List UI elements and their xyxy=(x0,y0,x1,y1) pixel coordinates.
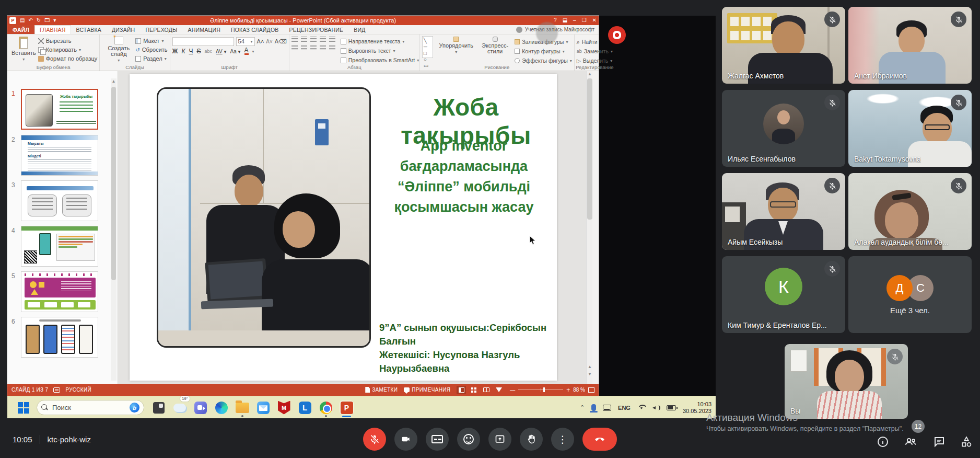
normal-view-button[interactable] xyxy=(457,386,466,394)
current-slide[interactable]: Жоба тақырыбы App inventor бағдарламасын… xyxy=(130,74,557,381)
paste-button[interactable]: Вставить▾ xyxy=(9,36,38,63)
font-size-input[interactable]: 54▾ xyxy=(236,37,255,46)
start-button[interactable] xyxy=(18,402,29,414)
next-slide-icon[interactable]: ▼ xyxy=(587,371,593,377)
raise-hand-button[interactable] xyxy=(520,428,543,451)
shadow-button[interactable]: abc xyxy=(205,49,213,54)
justify-icon[interactable] xyxy=(320,45,326,50)
tab-home[interactable]: ГЛАВНАЯ xyxy=(34,25,71,34)
align-text-button[interactable]: Выровнять текст▾ xyxy=(341,47,419,55)
present-button[interactable] xyxy=(488,428,511,451)
more-options-button[interactable]: ⋮ xyxy=(551,428,574,451)
help-button[interactable]: ? xyxy=(554,16,557,25)
participant-tile[interactable]: К Ким Тимур & Еренталов Ер... xyxy=(722,256,845,333)
previous-slide-icon[interactable]: ▲ xyxy=(587,364,593,370)
font-name-input[interactable] xyxy=(172,37,234,46)
mute-button[interactable] xyxy=(363,428,386,451)
section-button[interactable]: Раздел▾ xyxy=(135,54,167,63)
notes-button[interactable]: ЗАМЕТКИ xyxy=(365,387,398,393)
ribbon-options-icon[interactable]: ⬓ xyxy=(563,16,567,25)
input-language[interactable]: ENG xyxy=(618,405,631,411)
slide-sorter-view-button[interactable] xyxy=(469,386,479,394)
scroll-up-icon[interactable]: ▲ xyxy=(111,78,116,85)
taskbar-search-input[interactable]: Поиск b xyxy=(37,400,144,415)
tab-file[interactable]: ФАЙЛ xyxy=(7,25,34,34)
chrome-app-icon[interactable] xyxy=(319,400,333,415)
bold-button[interactable]: Ж xyxy=(172,48,178,55)
slide-scrollbar[interactable]: ▲ ▲ ▼ xyxy=(586,71,592,384)
arrange-button[interactable]: Упорядочить▾ xyxy=(437,36,475,61)
tab-design[interactable]: ДИЗАЙН xyxy=(107,25,140,34)
tab-review[interactable]: РЕЦЕНЗИРОВАНИЕ xyxy=(284,25,349,34)
comments-button[interactable]: ПРИМЕЧАНИЯ xyxy=(404,387,450,393)
captions-button[interactable] xyxy=(426,428,449,451)
numbering-icon[interactable] xyxy=(301,37,307,42)
shrink-font-icon[interactable]: A˅ xyxy=(266,39,273,44)
powerpoint-app-icon[interactable]: P xyxy=(340,400,354,415)
mcafee-app-icon[interactable]: M xyxy=(277,400,291,415)
slideshow-view-button[interactable] xyxy=(494,386,504,394)
restore-button[interactable]: ❐ xyxy=(582,16,587,25)
chat-app-icon[interactable] xyxy=(193,400,207,415)
quick-styles-button[interactable]: Экспресс-стили xyxy=(480,36,510,61)
widgets-app-icon[interactable] xyxy=(151,400,166,415)
weather-app-icon[interactable]: 19° xyxy=(172,400,186,415)
char-spacing-button[interactable]: AV ▾ xyxy=(216,49,226,54)
underline-button[interactable]: Ч xyxy=(189,48,193,55)
clear-format-icon[interactable]: A⌫ xyxy=(275,38,287,45)
replace-button[interactable]: abЗаменить▾ xyxy=(577,47,613,55)
fit-slide-icon[interactable] xyxy=(588,387,594,393)
slide-thumbnail-4[interactable] xyxy=(21,226,98,267)
align-right-icon[interactable] xyxy=(310,45,317,50)
cut-button[interactable]: Вырезать xyxy=(38,37,98,45)
tab-animation[interactable]: АНИМАЦИЯ xyxy=(183,25,226,34)
slide-thumbnail-6[interactable] xyxy=(21,317,98,358)
volume-icon[interactable] xyxy=(652,405,660,411)
participants-button[interactable] xyxy=(904,436,917,448)
smartart-button[interactable]: Преобразовать в SmartArt▾ xyxy=(341,56,419,64)
shape-outline-button[interactable]: Контур фигуры▾ xyxy=(515,47,572,55)
panel-scrollbar[interactable]: ▲ xyxy=(111,78,116,381)
line-spacing-icon[interactable] xyxy=(329,37,335,42)
change-case-button[interactable]: Aa ▾ xyxy=(230,49,240,54)
minimize-button[interactable]: – xyxy=(573,16,576,25)
participant-tile[interactable]: Жалгас Ахметов xyxy=(722,7,845,84)
scroll-up-icon[interactable]: ▲ xyxy=(587,71,593,77)
reset-button[interactable]: ↺Сбросить xyxy=(135,45,167,54)
layout-button[interactable]: Макет▾ xyxy=(135,37,167,45)
reading-view-button[interactable] xyxy=(482,386,491,394)
align-center-icon[interactable] xyxy=(301,45,307,50)
wifi-icon[interactable] xyxy=(637,405,646,410)
slide-thumbnail-3[interactable] xyxy=(21,180,98,221)
indent-decrease-icon[interactable] xyxy=(310,37,317,42)
align-left-icon[interactable] xyxy=(291,45,298,50)
format-painter-button[interactable]: Формат по образцу xyxy=(38,54,98,63)
zoom-slider[interactable] xyxy=(518,390,563,390)
text-direction-button[interactable]: Направление текста▾ xyxy=(341,37,419,45)
copy-button[interactable]: Копировать▾ xyxy=(38,45,98,54)
mail-app-icon[interactable] xyxy=(256,400,270,415)
self-tile[interactable]: Вы xyxy=(785,344,908,419)
explorer-app-icon[interactable] xyxy=(235,400,249,415)
participant-tile[interactable]: Анет Ибраимов xyxy=(848,7,972,84)
tray-touchpad-icon[interactable] xyxy=(603,405,611,411)
camera-button[interactable] xyxy=(394,428,417,451)
font-color-button[interactable]: А xyxy=(244,48,249,55)
tab-transitions[interactable]: ПЕРЕХОДЫ xyxy=(140,25,182,34)
strike-button[interactable]: S xyxy=(197,48,201,55)
office-app-icon[interactable]: L xyxy=(298,400,312,415)
tab-insert[interactable]: ВСТАВКА xyxy=(71,25,107,34)
edge-app-icon[interactable] xyxy=(214,400,228,415)
tray-mic-icon[interactable] xyxy=(591,404,596,411)
activities-button[interactable] xyxy=(960,436,973,448)
indent-increase-icon[interactable] xyxy=(320,37,326,42)
grow-font-icon[interactable]: A˄ xyxy=(257,38,264,44)
columns-icon[interactable] xyxy=(329,45,335,50)
info-button[interactable] xyxy=(877,436,889,448)
slide-thumbnail-5[interactable] xyxy=(21,271,98,312)
zoom-level[interactable]: 88 % xyxy=(573,387,585,393)
overflow-tile[interactable]: Д С Ещё 3 чел. xyxy=(848,256,972,333)
participant-tile[interactable]: Алакөл аудандық білім бө... xyxy=(848,173,972,250)
bullets-icon[interactable] xyxy=(291,37,298,42)
participant-tile[interactable]: Bakyt Toktamysovna xyxy=(848,90,972,167)
